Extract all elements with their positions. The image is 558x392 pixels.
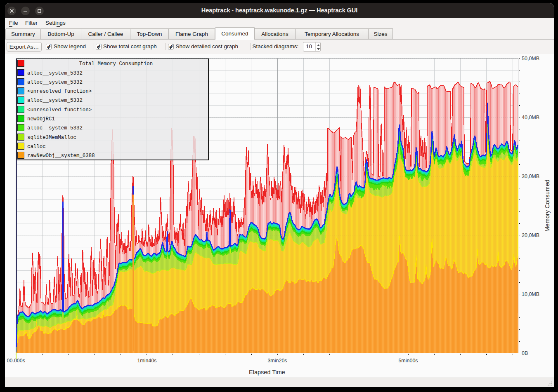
svg-text:1min40s: 1min40s — [137, 358, 156, 364]
svg-text:alloc__system_5332: alloc__system_5332 — [27, 125, 83, 131]
svg-text:sqlite3MemMalloc: sqlite3MemMalloc — [27, 135, 76, 141]
svg-text:10,0MB: 10,0MB — [522, 291, 539, 297]
svg-text:00.000s: 00.000s — [7, 358, 25, 364]
svg-text:20,0MB: 20,0MB — [522, 232, 539, 238]
svg-text:alloc__system_5332: alloc__system_5332 — [27, 70, 83, 76]
svg-text:40,0MB: 40,0MB — [522, 115, 539, 120]
svg-text:30,0MB: 30,0MB — [522, 174, 539, 179]
svg-text:Memory Consumed: Memory Consumed — [544, 180, 551, 232]
svg-text:Total Memory Consumption: Total Memory Consumption — [79, 61, 153, 67]
svg-text:rawNewObj__system_6388: rawNewObj__system_6388 — [27, 153, 95, 159]
svg-text:<unresolved function>: <unresolved function> — [27, 107, 92, 113]
svg-text:50,0MB: 50,0MB — [522, 56, 539, 61]
svg-text:alloc__system_5332: alloc__system_5332 — [27, 80, 83, 85]
svg-text:Elapsed Time: Elapsed Time — [249, 369, 285, 376]
svg-text:3min20s: 3min20s — [267, 358, 287, 364]
svg-text:alloc__system_5332: alloc__system_5332 — [27, 98, 83, 103]
svg-text:5min00s: 5min00s — [398, 358, 418, 364]
svg-text:<unresolved function>: <unresolved function> — [27, 89, 92, 94]
svg-text:0B: 0B — [522, 350, 528, 356]
svg-text:calloc: calloc — [27, 144, 46, 150]
svg-text:newObjRC1: newObjRC1 — [27, 116, 55, 122]
